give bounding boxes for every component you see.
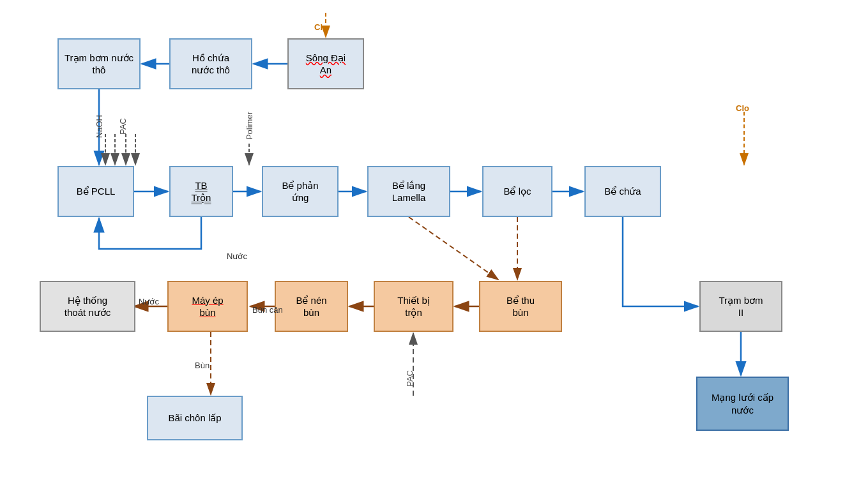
- tram-bom-nuoc-tho: Trạm bơm nước thô: [57, 38, 141, 89]
- tram-bom-2: Trạm bơmII: [699, 281, 782, 332]
- be-thu-bun: Bể thubùn: [479, 281, 562, 332]
- bun-can-label: Bùn căn: [252, 305, 283, 315]
- be-chua: Bể chứa: [584, 166, 661, 217]
- nuoc-label-2: Nước: [139, 297, 159, 306]
- diagram-container: Trạm bơm nước thô Hồ chứanước thô Sông Đ…: [0, 0, 868, 494]
- nuoc-label-1: Nước: [227, 251, 247, 261]
- be-phan-ung: Bể phảnứng: [262, 166, 339, 217]
- clo-label-2: Clo: [736, 103, 749, 113]
- polimer-label: Polimer: [245, 112, 254, 140]
- bun-label: Bùn: [195, 361, 209, 370]
- clo-label-1: Clo: [314, 22, 328, 32]
- thiet-bi-tron: Thiết bịtrộn: [374, 281, 453, 332]
- ho-chua-nuoc-tho: Hồ chứanước thô: [169, 38, 252, 89]
- pac-label-2: PAC: [405, 370, 415, 387]
- be-loc: Bể lọc: [482, 166, 552, 217]
- be-pcll: Bể PCLL: [57, 166, 134, 217]
- be-nen-bun: Bể nénbùn: [275, 281, 348, 332]
- mang-luoi-cap-nuoc: Mạng lưới cấpnước: [696, 377, 789, 431]
- he-thong-thoat-nuoc: Hệ thốngthoát nước: [40, 281, 135, 332]
- bai-chon-lap: Bãi chôn lấp: [147, 396, 243, 440]
- may-ep-bun: Máy épbùn: [167, 281, 248, 332]
- song-dai-an: Sông ĐạiAn: [287, 38, 364, 89]
- pac-label-1: PAC: [118, 118, 128, 135]
- be-lang-lamella: Bể lắngLamella: [367, 166, 450, 217]
- svg-line-14: [409, 217, 498, 280]
- tb-tron: TBTrộn: [169, 166, 233, 217]
- naoh-label: NaOH: [95, 115, 104, 138]
